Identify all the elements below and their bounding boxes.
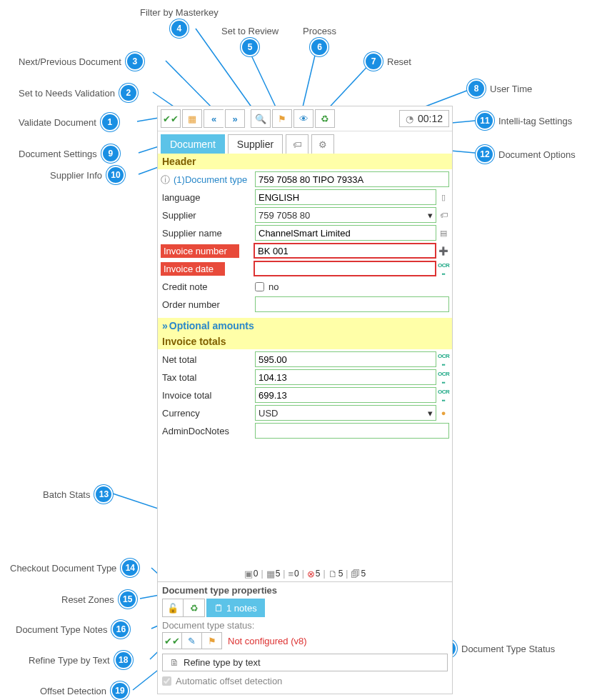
invoice-total-input[interactable] bbox=[255, 387, 436, 403]
document-type-input[interactable] bbox=[255, 171, 449, 187]
notes-button-label: 1 notes bbox=[226, 603, 257, 614]
invoice-number-input[interactable] bbox=[254, 243, 436, 259]
tax-total-label: Tax total bbox=[161, 372, 255, 383]
auto-offset-checkbox[interactable]: Automatic offset detection bbox=[162, 676, 448, 686]
callout-13-label: Batch Stats bbox=[43, 489, 90, 500]
tab-supplier[interactable]: Supplier bbox=[228, 134, 283, 154]
reset-button[interactable]: ♻ bbox=[315, 109, 335, 128]
refine-icon: 🗎 bbox=[170, 658, 179, 667]
intellitag-settings-button[interactable]: 🏷 bbox=[286, 134, 308, 154]
callout-3: 3 bbox=[126, 52, 144, 71]
callout-18: 18 bbox=[114, 651, 133, 669]
callout-14: 14 bbox=[121, 559, 139, 577]
dt-props-title: Document type properties bbox=[162, 585, 448, 596]
currency-label: Currency bbox=[161, 408, 255, 419]
callout-19: 19 bbox=[111, 681, 129, 700]
supplier-name-input[interactable] bbox=[255, 225, 436, 241]
refine-type-button[interactable]: 🗎 Refine type by text bbox=[162, 654, 448, 671]
validate-button[interactable]: ✔✔ bbox=[161, 109, 181, 128]
invoice-total-label: Invoice total bbox=[161, 390, 255, 401]
callout-11: 11 bbox=[476, 111, 494, 130]
language-input[interactable] bbox=[255, 189, 436, 205]
tax-total-input[interactable] bbox=[255, 369, 436, 385]
totals-form: Net total OCR▪▪ Tax total OCR▪▪ Invoice … bbox=[158, 349, 452, 444]
chevron-down-icon: ▾ bbox=[428, 409, 433, 418]
batch-icon-1: ▣ bbox=[244, 569, 253, 579]
optional-amounts-label: Optional amounts bbox=[169, 320, 254, 331]
dt-status-label: Document type status: bbox=[162, 620, 448, 631]
chevron-down-icon: ▾ bbox=[428, 211, 433, 220]
batch-icon-error: ⊗ bbox=[307, 569, 315, 579]
callout-4-label: Filter by Masterkey bbox=[140, 7, 219, 18]
next-document-button[interactable]: » bbox=[225, 109, 245, 128]
clock-icon: ◔ bbox=[406, 114, 413, 124]
admin-notes-label: AdminDocNotes bbox=[161, 426, 255, 436]
header-form: ⓘ (1)Document type language ▯ Supplier 7… bbox=[158, 169, 452, 318]
callout-2: 2 bbox=[119, 84, 138, 102]
supplier-tag-icon[interactable]: 🏷 bbox=[438, 211, 449, 219]
invoice-total-ocr-icon: OCR▪▪ bbox=[438, 386, 449, 404]
dt-status-value: Not configured (v8) bbox=[228, 636, 307, 646]
supplier-name-db-icon[interactable]: ▤ bbox=[438, 229, 449, 238]
callout-12: 12 bbox=[476, 145, 494, 164]
credit-note-checkbox[interactable]: no bbox=[255, 281, 279, 292]
credit-note-text: no bbox=[269, 281, 279, 292]
invoice-number-add-icon[interactable]: ➕ bbox=[438, 246, 449, 256]
callout-13: 13 bbox=[94, 485, 113, 504]
set-review-button[interactable]: ⚑ bbox=[272, 109, 292, 128]
needs-validation-button[interactable]: ▦ bbox=[182, 109, 202, 128]
process-button[interactable]: 👁 bbox=[294, 109, 313, 128]
language-label: language bbox=[161, 192, 255, 203]
header-section-title: Header bbox=[158, 154, 452, 169]
order-number-input[interactable] bbox=[255, 296, 449, 312]
supplier-name-label: Supplier name bbox=[161, 228, 255, 239]
net-total-input[interactable] bbox=[255, 351, 436, 367]
callout-1-label: Validate Document bbox=[19, 117, 96, 128]
prev-document-button[interactable]: « bbox=[204, 109, 224, 128]
invoice-date-label: Invoice date bbox=[161, 262, 225, 276]
supplier-label: Supplier bbox=[161, 210, 255, 221]
auto-offset-label: Automatic offset detection bbox=[176, 676, 282, 686]
callout-10-label: Supplier Info bbox=[50, 170, 102, 181]
currency-value: USD bbox=[259, 408, 278, 419]
reset-zones-button[interactable]: ♻ bbox=[184, 599, 205, 617]
callout-5-label: Set to Review bbox=[221, 26, 279, 36]
net-total-label: Net total bbox=[161, 354, 255, 365]
filter-masterkey-button[interactable]: 🔍 bbox=[251, 109, 271, 128]
callout-6: 6 bbox=[310, 38, 328, 56]
callout-3-label: Next/Previous Document bbox=[19, 56, 121, 67]
callout-9-label: Document Settings bbox=[19, 149, 97, 159]
callout-10: 10 bbox=[106, 166, 125, 184]
checkout-doc-type-button[interactable]: 🔓 bbox=[162, 599, 184, 617]
dt-status-btn-3[interactable]: ⚑ bbox=[202, 632, 222, 649]
dt-status-btn-1[interactable]: ✔✔ bbox=[162, 632, 182, 649]
callout-9: 9 bbox=[101, 144, 120, 163]
document-type-label[interactable]: (1)Document type bbox=[172, 174, 255, 185]
admin-notes-input[interactable] bbox=[255, 423, 449, 439]
tab-document[interactable]: Document bbox=[161, 134, 225, 154]
invoice-number-label: Invoice number bbox=[161, 244, 239, 258]
callout-12-label: Document Options bbox=[498, 149, 576, 160]
callout-7-label: Reset bbox=[387, 56, 411, 67]
document-panel: ✔✔ ▦ « » 🔍 ⚑ 👁 ♻ ◔ 00:12 Document Suppli… bbox=[157, 106, 453, 694]
batch-icon-6: 🗐 bbox=[351, 569, 360, 579]
callout-6-label: Process bbox=[303, 26, 336, 36]
supplier-select[interactable]: 759 7058 80 ▾ bbox=[255, 207, 436, 223]
callout-2-label: Set to Needs Validation bbox=[19, 88, 115, 99]
dt-status-btn-2[interactable]: ✎ bbox=[182, 632, 202, 649]
tabs: Document Supplier 🏷 ⚙ bbox=[158, 131, 452, 154]
doc-type-notes-button[interactable]: 🗒 1 notes bbox=[206, 599, 265, 617]
currency-select[interactable]: USD ▾ bbox=[255, 405, 436, 421]
toolbar: ✔✔ ▦ « » 🔍 ⚑ 👁 ♻ ◔ 00:12 bbox=[158, 106, 452, 131]
callout-5: 5 bbox=[241, 38, 259, 56]
batch-icon-3: ≡ bbox=[288, 569, 294, 579]
currency-warn-icon: ● bbox=[438, 409, 449, 417]
callout-7: 7 bbox=[364, 52, 383, 71]
invoice-date-input[interactable] bbox=[254, 261, 436, 276]
optional-amounts-section[interactable]: » Optional amounts bbox=[158, 318, 452, 334]
callout-16-label: Document Type Notes bbox=[16, 624, 107, 635]
callout-17-label: Document Type Status bbox=[461, 644, 555, 654]
refine-type-label: Refine type by text bbox=[184, 657, 261, 668]
document-options-button[interactable]: ⚙ bbox=[311, 134, 334, 154]
language-side-icon[interactable]: ▯ bbox=[438, 193, 449, 202]
